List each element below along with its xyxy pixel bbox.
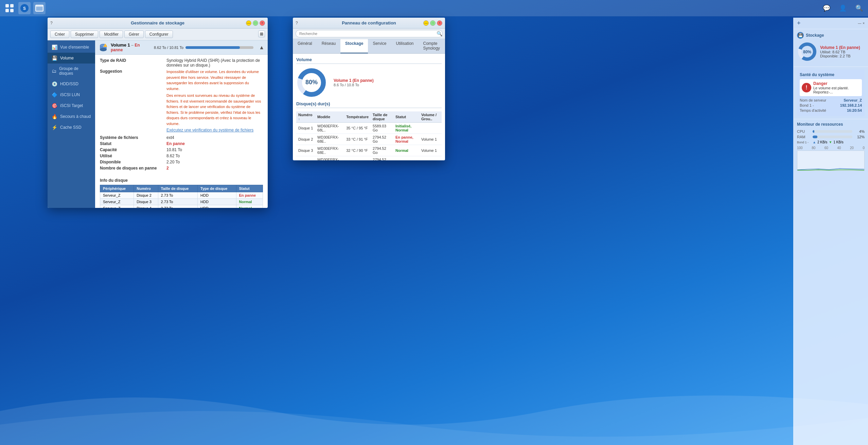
user-icon[interactable]: 👤 — [837, 3, 848, 14]
rp-network-speeds: ▲ 2 KB/s ▼ 1 KB/s — [813, 140, 865, 144]
window-icon[interactable] — [33, 2, 46, 14]
chat-icon[interactable]: 💬 — [821, 3, 832, 14]
disk-status: Normal — [236, 205, 263, 208]
rp-server-info: Nom de serveur Serveur_Z Bond 1 - 192.16… — [800, 98, 862, 112]
synology-logo-icon[interactable]: S — [18, 2, 31, 14]
rp-add-button[interactable]: + — × — [794, 18, 868, 29]
disk-info-table: Périphérique Numéro Taille de disque Typ… — [100, 185, 263, 208]
volume-progress-fill — [185, 46, 240, 49]
table-row: Serveur_Z Disque 2 2.73 To HDD En panne — [100, 192, 263, 199]
cp-col-size[interactable]: Taille de disque — [371, 111, 393, 123]
capacity-label: Capacité — [100, 147, 161, 152]
filesystem-value: ext4 — [166, 135, 174, 140]
sidebar-item-hotspare[interactable]: 🔥 Secours à chaud — [48, 111, 95, 122]
cp-disk-status: En panne, Normal — [393, 134, 419, 145]
tab-stockage[interactable]: Stockage — [340, 39, 368, 53]
manage-button[interactable]: Gérer — [124, 31, 144, 38]
sidebar-item-ssd-cache[interactable]: ⚡ Cache SSD — [48, 122, 95, 133]
overview-icon: 📊 — [52, 44, 57, 50]
delete-button[interactable]: Supprimer — [71, 31, 98, 38]
svg-point-10 — [100, 48, 107, 51]
rp-bond-label: Bond 1 - — [800, 103, 814, 107]
cp-donut-chart: 80% — [296, 67, 327, 98]
rp-network-down-icon: ▼ — [829, 140, 832, 144]
rp-close-icon[interactable]: × — [863, 21, 865, 25]
cp-donut-area: 80% Volume 1 (En panne) 8.6 To / 10.8 To — [296, 67, 442, 98]
cp-disk-status: Normal — [393, 156, 419, 161]
configure-button[interactable]: Configurer — [145, 31, 173, 38]
sidebar-item-overview[interactable]: 📊 Vue d'ensemble — [48, 42, 95, 53]
sidebar-item-disk-group[interactable]: 🗂 Groupe de disques — [48, 64, 95, 78]
failed-disks-value: 2 — [166, 166, 169, 171]
cp-window-controls: — □ × — [423, 20, 442, 26]
cp-disk-model: WD30EFRX-68E.. — [315, 134, 344, 145]
cp-disk-size: 5589.03 Go — [371, 123, 393, 134]
cp-col-number[interactable]: Numéro — [296, 111, 315, 123]
hotspare-icon: 🔥 — [52, 114, 57, 119]
col-type: Type de disque — [198, 185, 236, 192]
rp-cpu-value: 4% — [854, 129, 865, 134]
svg-text:80%: 80% — [305, 79, 318, 86]
cp-minimize-button[interactable]: — — [423, 20, 429, 26]
sidebar-item-iscsi-lun[interactable]: 🔷 iSCSI LUN — [48, 89, 95, 100]
raid-type-value: Synology Hybrid RAID (SHR) (Avec la prot… — [166, 58, 263, 68]
cp-help-icon[interactable]: ? — [296, 21, 298, 25]
cp-col-temp[interactable]: Température — [344, 111, 371, 123]
used-value: 8.62 To — [166, 154, 180, 158]
cp-disk-section-title: Disque(s) dur(s) — [296, 101, 442, 108]
tab-compte-synology[interactable]: Compte Synology — [418, 39, 445, 53]
cp-col-status[interactable]: Statut — [393, 111, 419, 123]
rp-volume-info: Volume 1 (En panne) Utilisé: 8.62 TB Dis… — [820, 45, 860, 58]
layout-icon[interactable]: ⊞ — [258, 31, 265, 37]
search-taskbar-icon[interactable]: 🔍 — [854, 3, 865, 14]
volume-collapse-button[interactable]: ▲ — [259, 44, 264, 51]
filesystem-label: Système de fichiers — [100, 135, 161, 140]
cp-disk-model: WD30EFRX-68E.. — [315, 156, 344, 161]
cp-disk-status: Normal — [393, 145, 419, 156]
modify-button[interactable]: Modifier — [100, 31, 123, 38]
svg-text:!: ! — [105, 44, 106, 47]
create-button[interactable]: Créer — [50, 31, 69, 38]
sidebar-item-volume[interactable]: 💾 Volume — [48, 53, 95, 64]
cp-maximize-button[interactable]: □ — [430, 20, 436, 26]
col-peripheral: Périphérique — [100, 185, 134, 192]
disk-peripheral: Serveur_Z — [100, 192, 134, 199]
filesystem-check-link[interactable]: Exécutez une vérification du système de … — [166, 128, 253, 132]
apps-icon[interactable] — [3, 2, 16, 14]
cp-disk-number: Disque 1 — [296, 123, 315, 134]
cp-disk-table: Numéro Modèle Température Taille de disq… — [296, 111, 442, 160]
storage-window-left-controls: ? — [50, 21, 53, 25]
tab-service[interactable]: Service — [368, 39, 391, 53]
cp-col-model[interactable]: Modèle — [315, 111, 344, 123]
cp-volume-name: Volume 1 (En panne) — [334, 78, 374, 83]
disk-size: 2.73 To — [158, 199, 197, 205]
disk-info-title: Info du disque — [100, 178, 263, 183]
help-icon[interactable]: ? — [50, 21, 53, 25]
disk-size: 2.73 To — [158, 205, 197, 208]
storage-close-button[interactable]: × — [260, 20, 265, 26]
cp-search-input[interactable] — [296, 30, 443, 37]
rp-cpu-label: CPU — [797, 129, 811, 134]
suggestion-label: Suggestion — [100, 69, 161, 74]
tab-utilisation[interactable]: Utilisation — [391, 39, 418, 53]
storage-manager-window: Gestionnaire de stockage ? — □ × Créer S… — [48, 18, 268, 208]
volume-name-label: Volume 1 – En panne — [111, 42, 151, 52]
volume-title-area: Volume 1 – En panne — [111, 42, 151, 52]
rp-minimize-icon[interactable]: — — [858, 21, 861, 25]
rp-health-title: Santé du système — [800, 72, 862, 77]
sidebar-item-iscsi-target[interactable]: 🎯 iSCSI Target — [48, 100, 95, 111]
storage-minimize-button[interactable]: — — [246, 20, 251, 26]
rp-chart-labels: 100 80 60 40 20 0 — [797, 146, 865, 150]
tab-reseau[interactable]: Réseau — [317, 39, 340, 53]
cp-disk-number: Disque 4 — [296, 156, 315, 161]
cp-title: Panneau de configuration — [342, 20, 396, 25]
rp-network-row: Bond 1 - ▲ 2 KB/s ▼ 1 KB/s — [797, 140, 865, 144]
cp-volume-info: Volume 1 (En panne) 8.6 To / 10.8 To — [334, 78, 374, 87]
tab-general[interactable]: Général — [293, 39, 317, 53]
storage-maximize-button[interactable]: □ — [253, 20, 258, 26]
sidebar-item-hdd-ssd[interactable]: 💿 HDD/SSD — [48, 78, 95, 89]
cp-disk-model: WD60EFRX-68L.. — [315, 123, 344, 134]
cp-close-button[interactable]: × — [437, 20, 442, 26]
cp-col-volume[interactable]: Volume / Grou.. — [419, 111, 442, 123]
cp-disk-number: Disque 2 — [296, 134, 315, 145]
